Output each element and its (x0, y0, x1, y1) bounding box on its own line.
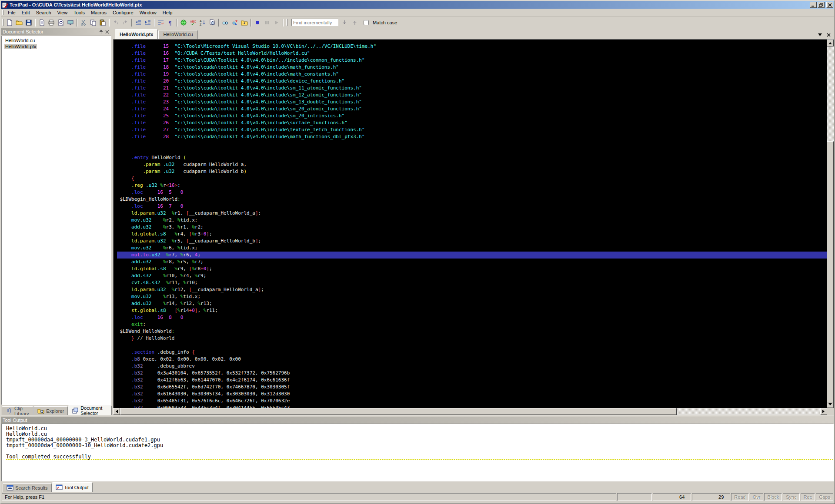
code-line[interactable] (117, 147, 827, 154)
code-line[interactable]: .b32 0x6d65542f, 0x6d742f70, 0x74667870,… (117, 384, 827, 391)
document-item[interactable]: HelloWorld.ptx (2, 43, 111, 50)
code-line[interactable]: cvt.s8.s32 %r11, %r10; (117, 279, 827, 286)
code-line[interactable]: .file 21 "c:\tools\cuda\toolkit 4.0\v4.0… (117, 85, 827, 92)
code-line[interactable]: .b32 0x412f6b63, 0x61447070, 0x4c2f6174,… (117, 377, 827, 384)
code-line[interactable]: add.u32 %r8, %r5, %r7; (117, 259, 827, 265)
print-preview-icon[interactable] (56, 18, 66, 27)
vertical-scrollbar-track[interactable] (827, 46, 834, 401)
word-wrap-icon[interactable] (156, 18, 166, 27)
code-line[interactable]: exit; (117, 321, 827, 328)
code-line[interactable]: .file 28 "c:\tools\cuda\toolkit 4.0\v4.0… (117, 133, 827, 140)
horizontal-scrollbar-track[interactable] (120, 408, 820, 415)
code-line[interactable]: mov.u32 %r2, %tid.x; (117, 217, 827, 224)
close-panel-icon[interactable] (104, 29, 110, 35)
pin-icon[interactable] (98, 29, 104, 35)
code-line[interactable]: .section .debug_info { (117, 349, 827, 356)
code-line[interactable]: add.s32 %r10, %r4, %r9; (117, 272, 827, 279)
panel-tab-explorer[interactable]: Explorer (33, 406, 68, 415)
view-document-icon[interactable] (220, 18, 230, 27)
menu-configure[interactable]: Configure (110, 9, 137, 16)
restore-button[interactable] (818, 2, 825, 8)
minimize-button[interactable] (810, 2, 817, 8)
code-line[interactable]: .file 18 "c:\tools\cuda\toolkit 4.0\v4.0… (117, 64, 827, 71)
scroll-up-icon[interactable] (827, 40, 834, 46)
code-line[interactable]: mov.u32 %r13, %tid.x; (117, 293, 827, 300)
selected-code-line[interactable]: mul.lo.u32 %r7, %r6, 4; (117, 252, 827, 259)
menu-window[interactable]: Window (137, 9, 160, 16)
code-line[interactable]: .file 27 "c:\tools\cuda\toolkit 4.0\v4.0… (117, 126, 827, 133)
code-line[interactable] (117, 140, 827, 147)
output-tab-search-results[interactable]: Search Results (3, 483, 52, 492)
match-case-checkbox[interactable] (364, 20, 369, 25)
redo-icon[interactable] (120, 18, 130, 27)
tool-output-content[interactable]: HelloWorld.cuHelloWorld.cutmpxft_00000da… (1, 424, 834, 481)
code-line[interactable]: .file 24 "c:\tools\cuda\toolkit 4.0\v4.0… (117, 106, 827, 113)
cut-icon[interactable] (79, 18, 88, 27)
tab-list-dropdown-icon[interactable] (817, 32, 823, 37)
horizontal-scrollbar[interactable] (113, 408, 834, 415)
code-line[interactable]: .file 15 "C:\Tools\Microsoft Visual Stud… (117, 43, 827, 50)
code-line[interactable]: { (117, 175, 827, 182)
menu-view[interactable]: View (54, 9, 71, 16)
pause-macro-icon[interactable] (262, 18, 272, 27)
close-button[interactable] (826, 2, 833, 8)
panel-tab-clip-library[interactable]: Clip Library (2, 406, 33, 415)
menu-tools[interactable]: Tools (70, 9, 88, 16)
code-line[interactable]: ld.global.s8 %r9, [%r8+0]; (117, 265, 827, 272)
code-line[interactable]: .file 16 "O:/CUDA C/Tests/test HelloWorl… (117, 50, 827, 57)
menu-file[interactable]: File (5, 9, 19, 16)
code-line[interactable]: .param .u32 __cudaparm_HelloWorld_a, (117, 161, 827, 168)
code-line[interactable]: ld.param.u32 %r12, [__cudaparm_HelloWorl… (117, 286, 827, 293)
code-line[interactable]: mov.u32 %r6, %tid.x; (117, 245, 827, 252)
code-line[interactable]: .loc 16 5 0 (117, 189, 827, 196)
print-icon[interactable] (47, 18, 56, 27)
code-line[interactable]: .b32 0x61643030, 0x30305f34, 0x30303030,… (117, 391, 827, 398)
code-line[interactable]: .param .u32 __cudaparm_HelloWorld_b) (117, 168, 827, 175)
code-line[interactable]: .b32 .debug_abbrev (117, 363, 827, 370)
toolbar-gripper[interactable] (2, 19, 3, 27)
unindent-icon[interactable] (134, 18, 143, 27)
code-line[interactable]: .file 20 "c:\tools\cuda\toolkit 4.0\v4.0… (117, 78, 827, 85)
vertical-scrollbar-thumb[interactable] (827, 141, 834, 402)
incremental-find-input[interactable] (291, 19, 338, 26)
code-line[interactable]: .b32 0x00603a33, 0x435c3a4f, 0x30414455,… (117, 405, 827, 408)
editor-tab-helloworld.cu[interactable]: HelloWorld.cu (158, 30, 197, 39)
undo-icon[interactable] (111, 18, 120, 27)
replace-icon[interactable] (230, 18, 240, 27)
record-macro-icon[interactable] (253, 18, 262, 27)
find-next-down-icon[interactable] (340, 18, 349, 27)
document-item[interactable]: HelloWorld.cu (2, 37, 111, 43)
code-line[interactable]: ld.param.u32 %r5, [__cudaparm_HelloWorld… (117, 238, 827, 245)
findbar-gripper[interactable] (286, 19, 287, 27)
code-line[interactable]: $LDWend_HelloWorld: (117, 328, 827, 335)
menubar-gripper[interactable] (2, 10, 3, 16)
code-line[interactable]: add.u32 %r14, %r12, %r13; (117, 300, 827, 307)
code-line[interactable]: .b32 0x65485f31, 0x576f6c6c, 0x646c726f,… (117, 398, 827, 405)
code-line[interactable]: add.u32 %r3, %r1, %r2; (117, 224, 827, 231)
code-line[interactable]: .b32 0x3a430104, 0x6573552f, 0x532f7372,… (117, 370, 827, 377)
menu-macros[interactable]: Macros (88, 9, 110, 16)
close-tab-icon[interactable] (825, 32, 832, 37)
find-in-files-icon[interactable] (207, 18, 217, 27)
output-tab-tool-output[interactable]: Tool Output (52, 482, 93, 492)
editor-tab-helloworld.ptx[interactable]: HelloWorld.ptx (115, 29, 158, 39)
horizontal-scrollbar-thumb[interactable] (120, 408, 677, 415)
play-macro-icon[interactable] (272, 18, 281, 27)
code-line[interactable]: .loc 16 7 0 (117, 203, 827, 210)
code-line[interactable]: } // HelloWorld (117, 335, 827, 342)
scroll-left-icon[interactable] (113, 408, 120, 415)
code-line[interactable]: .file 26 "c:\tools\cuda\toolkit 4.0\v4.0… (117, 119, 827, 126)
vertical-scrollbar[interactable] (827, 40, 834, 408)
panel-tab-document-selector[interactable]: Document Selector (68, 405, 112, 415)
code-line[interactable]: ld.global.s8 %r4, [%r3+0]; (117, 231, 827, 238)
code-line[interactable]: .file 19 "c:\tools\cuda\toolkit 4.0\v4.0… (117, 71, 827, 78)
new-document-icon[interactable] (5, 18, 14, 27)
code-line[interactable] (117, 342, 827, 349)
find-previous-up-icon[interactable] (351, 18, 359, 27)
code-line[interactable]: .file 23 "c:\tools\cuda\toolkit 4.0\v4.0… (117, 99, 827, 106)
view-in-browser-icon[interactable] (66, 18, 75, 27)
code-line[interactable]: $LDWbegin_HelloWorld: (117, 196, 827, 203)
code-line[interactable]: .loc 16 8 0 (117, 314, 827, 321)
copy-icon[interactable] (88, 18, 98, 27)
code-line[interactable]: .file 25 "c:\tools\cuda\toolkit 4.0\v4.0… (117, 113, 827, 119)
